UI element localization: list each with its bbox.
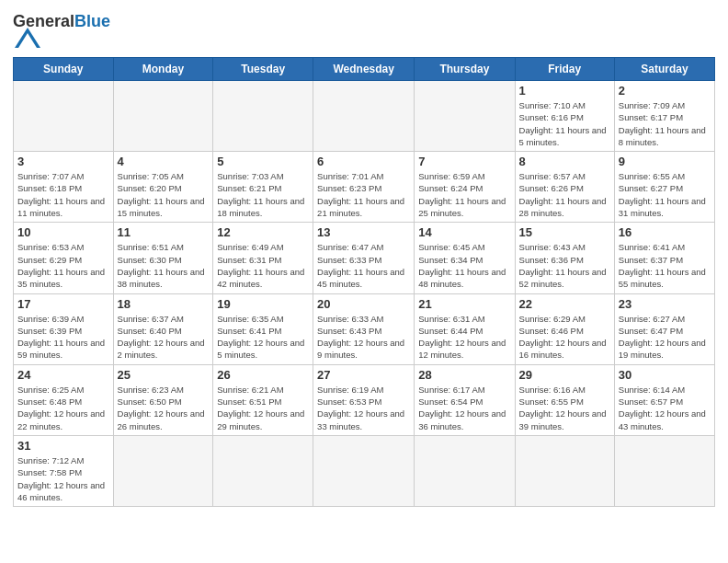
calendar-cell [614, 435, 714, 506]
day-number: 14 [418, 225, 510, 239]
day-info: Sunrise: 7:01 AM Sunset: 6:23 PM Dayligh… [317, 170, 410, 219]
calendar-cell: 7Sunrise: 6:59 AM Sunset: 6:24 PM Daylig… [415, 152, 515, 223]
day-number: 7 [418, 155, 510, 168]
day-info: Sunrise: 6:53 AM Sunset: 6:29 PM Dayligh… [17, 241, 109, 290]
calendar-cell: 30Sunrise: 6:14 AM Sunset: 6:57 PM Dayli… [614, 364, 714, 435]
day-info: Sunrise: 6:17 AM Sunset: 6:54 PM Dayligh… [418, 384, 510, 432]
day-number: 15 [519, 225, 610, 239]
weekday-header-tuesday: Tuesday [213, 58, 313, 81]
day-info: Sunrise: 6:49 AM Sunset: 6:31 PM Dayligh… [217, 241, 309, 290]
calendar-cell [515, 435, 614, 506]
calendar-cell [415, 435, 515, 506]
weekday-header-friday: Friday [515, 58, 614, 81]
calendar-cell [113, 435, 213, 506]
day-info: Sunrise: 6:33 AM Sunset: 6:43 PM Dayligh… [317, 313, 410, 362]
calendar-cell: 16Sunrise: 6:41 AM Sunset: 6:37 PM Dayli… [614, 223, 714, 293]
day-number: 26 [217, 368, 309, 382]
week-row-5: 31Sunrise: 7:12 AM Sunset: 7:58 PM Dayli… [14, 435, 715, 506]
calendar-cell: 28Sunrise: 6:17 AM Sunset: 6:54 PM Dayli… [415, 364, 515, 435]
calendar-cell [213, 81, 313, 152]
day-info: Sunrise: 6:55 AM Sunset: 6:27 PM Dayligh… [619, 170, 711, 219]
day-info: Sunrise: 6:57 AM Sunset: 6:26 PM Dayligh… [519, 170, 610, 219]
calendar-cell [213, 435, 313, 506]
calendar-cell: 5Sunrise: 7:03 AM Sunset: 6:21 PM Daylig… [213, 152, 313, 223]
logo-icon [15, 28, 40, 48]
day-info: Sunrise: 6:16 AM Sunset: 6:55 PM Dayligh… [519, 384, 610, 432]
calendar-cell: 25Sunrise: 6:23 AM Sunset: 6:50 PM Dayli… [113, 364, 213, 435]
calendar-cell: 23Sunrise: 6:27 AM Sunset: 6:47 PM Dayli… [614, 293, 714, 364]
calendar-cell: 22Sunrise: 6:29 AM Sunset: 6:46 PM Dayli… [515, 293, 614, 364]
week-row-1: 3Sunrise: 7:07 AM Sunset: 6:18 PM Daylig… [14, 152, 715, 223]
day-number: 29 [519, 368, 610, 382]
weekday-header-monday: Monday [113, 58, 213, 81]
day-info: Sunrise: 6:51 AM Sunset: 6:30 PM Dayligh… [118, 241, 210, 290]
day-info: Sunrise: 6:21 AM Sunset: 6:51 PM Dayligh… [217, 384, 309, 432]
calendar-cell: 24Sunrise: 6:25 AM Sunset: 6:48 PM Dayli… [14, 364, 114, 435]
day-number: 5 [217, 155, 309, 168]
calendar-cell: 14Sunrise: 6:45 AM Sunset: 6:34 PM Dayli… [415, 223, 515, 293]
calendar-cell: 9Sunrise: 6:55 AM Sunset: 6:27 PM Daylig… [614, 152, 714, 223]
calendar-cell: 4Sunrise: 7:05 AM Sunset: 6:20 PM Daylig… [113, 152, 213, 223]
day-info: Sunrise: 7:10 AM Sunset: 6:16 PM Dayligh… [519, 99, 610, 148]
calendar-cell: 3Sunrise: 7:07 AM Sunset: 6:18 PM Daylig… [14, 152, 114, 223]
calendar-cell: 18Sunrise: 6:37 AM Sunset: 6:40 PM Dayli… [113, 293, 213, 364]
calendar-cell: 15Sunrise: 6:43 AM Sunset: 6:36 PM Dayli… [515, 223, 614, 293]
calendar-cell: 11Sunrise: 6:51 AM Sunset: 6:30 PM Dayli… [113, 223, 213, 293]
day-number: 10 [17, 225, 109, 239]
day-info: Sunrise: 6:27 AM Sunset: 6:47 PM Dayligh… [619, 313, 711, 362]
day-number: 4 [118, 155, 210, 168]
calendar-cell: 29Sunrise: 6:16 AM Sunset: 6:55 PM Dayli… [515, 364, 614, 435]
day-number: 6 [317, 155, 410, 168]
calendar-cell: 27Sunrise: 6:19 AM Sunset: 6:53 PM Dayli… [313, 364, 415, 435]
day-info: Sunrise: 6:43 AM Sunset: 6:36 PM Dayligh… [519, 241, 610, 290]
day-info: Sunrise: 6:47 AM Sunset: 6:33 PM Dayligh… [317, 241, 410, 290]
weekday-header-thursday: Thursday [415, 58, 515, 81]
day-number: 19 [217, 297, 309, 311]
day-number: 17 [17, 297, 109, 311]
logo-blue: Blue [74, 12, 110, 30]
calendar-cell [313, 81, 415, 152]
day-info: Sunrise: 6:59 AM Sunset: 6:24 PM Dayligh… [418, 170, 510, 219]
calendar-cell: 17Sunrise: 6:39 AM Sunset: 6:39 PM Dayli… [14, 293, 114, 364]
day-number: 11 [118, 225, 210, 239]
calendar-cell: 12Sunrise: 6:49 AM Sunset: 6:31 PM Dayli… [213, 223, 313, 293]
day-info: Sunrise: 7:05 AM Sunset: 6:20 PM Dayligh… [118, 170, 210, 219]
calendar-cell: 26Sunrise: 6:21 AM Sunset: 6:51 PM Dayli… [213, 364, 313, 435]
day-number: 24 [17, 368, 109, 382]
calendar-cell: 13Sunrise: 6:47 AM Sunset: 6:33 PM Dayli… [313, 223, 415, 293]
calendar: SundayMondayTuesdayWednesdayThursdayFrid… [13, 57, 715, 507]
weekday-header-wednesday: Wednesday [313, 58, 415, 81]
calendar-cell: 20Sunrise: 6:33 AM Sunset: 6:43 PM Dayli… [313, 293, 415, 364]
week-row-2: 10Sunrise: 6:53 AM Sunset: 6:29 PM Dayli… [14, 223, 715, 293]
day-info: Sunrise: 6:14 AM Sunset: 6:57 PM Dayligh… [619, 384, 711, 432]
calendar-cell [113, 81, 213, 152]
day-info: Sunrise: 6:41 AM Sunset: 6:37 PM Dayligh… [619, 241, 711, 290]
day-info: Sunrise: 7:12 AM Sunset: 7:58 PM Dayligh… [17, 454, 109, 503]
weekday-header-sunday: Sunday [14, 58, 114, 81]
week-row-4: 24Sunrise: 6:25 AM Sunset: 6:48 PM Dayli… [14, 364, 715, 435]
day-info: Sunrise: 6:35 AM Sunset: 6:41 PM Dayligh… [217, 313, 309, 362]
day-info: Sunrise: 7:03 AM Sunset: 6:21 PM Dayligh… [217, 170, 309, 219]
calendar-cell: 10Sunrise: 6:53 AM Sunset: 6:29 PM Dayli… [14, 223, 114, 293]
day-number: 2 [619, 84, 711, 98]
calendar-cell: 21Sunrise: 6:31 AM Sunset: 6:44 PM Dayli… [415, 293, 515, 364]
weekday-header-row: SundayMondayTuesdayWednesdayThursdayFrid… [14, 58, 715, 81]
day-number: 12 [217, 225, 309, 239]
day-info: Sunrise: 7:07 AM Sunset: 6:18 PM Dayligh… [17, 170, 109, 219]
calendar-cell: 31Sunrise: 7:12 AM Sunset: 7:58 PM Dayli… [14, 435, 114, 506]
page: GeneralBlue SundayMondayTuesdayWednesday… [0, 0, 728, 563]
day-number: 9 [619, 155, 711, 168]
day-number: 8 [519, 155, 610, 168]
day-number: 1 [519, 84, 610, 98]
day-number: 31 [17, 439, 109, 453]
day-number: 18 [118, 297, 210, 311]
day-number: 25 [118, 368, 210, 382]
day-info: Sunrise: 6:25 AM Sunset: 6:48 PM Dayligh… [17, 384, 109, 432]
day-info: Sunrise: 6:29 AM Sunset: 6:46 PM Dayligh… [519, 313, 610, 362]
day-number: 30 [619, 368, 711, 382]
logo: GeneralBlue [13, 13, 110, 52]
week-row-3: 17Sunrise: 6:39 AM Sunset: 6:39 PM Dayli… [14, 293, 715, 364]
day-info: Sunrise: 7:09 AM Sunset: 6:17 PM Dayligh… [619, 99, 711, 148]
day-number: 3 [17, 155, 109, 168]
header: GeneralBlue [13, 9, 715, 52]
